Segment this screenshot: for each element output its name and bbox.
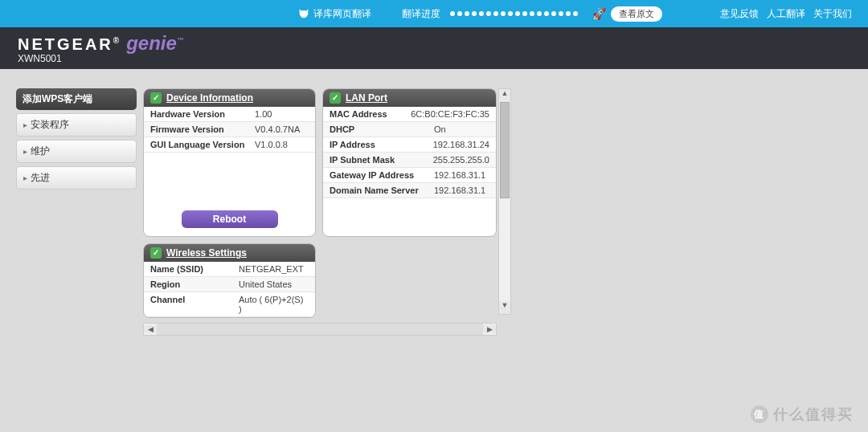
- sidebar-item-maintenance[interactable]: 维护: [16, 140, 137, 163]
- gateway-label: Gateway IP Address: [330, 170, 434, 180]
- rocket-icon: 🚀: [592, 7, 606, 20]
- dhcp-label: DHCP: [330, 124, 434, 134]
- panel-title[interactable]: LAN Port: [346, 92, 387, 104]
- genie-logo: genie™: [126, 32, 184, 55]
- sidebar-item-label: 维护: [31, 145, 50, 158]
- ssid-label: Name (SSID): [150, 264, 239, 274]
- channel-value: Auto ( 6(P)+2(S) ): [239, 295, 309, 314]
- scroll-down-arrow[interactable]: ▼: [499, 301, 510, 314]
- hw-version-value: 1.00: [255, 109, 272, 119]
- progress-label: 翻译进度: [402, 7, 440, 21]
- gui-version-label: GUI Language Version: [150, 140, 255, 149]
- cat-icon: [297, 7, 310, 20]
- gui-version-value: V1.0.0.8: [255, 140, 288, 149]
- translate-toolbar: 译库网页翻译 翻译进度 🚀 查看原文 意见反馈 人工翻译 关于我们: [0, 0, 868, 27]
- region-label: Region: [150, 279, 239, 289]
- hw-version-label: Hardware Version: [150, 109, 255, 119]
- dns-value: 192.168.31.1: [434, 185, 485, 195]
- check-icon: ✓: [330, 92, 341, 104]
- vertical-scrollbar[interactable]: ▲ ▼: [498, 88, 511, 315]
- panel-title[interactable]: Wireless Settings: [166, 247, 247, 259]
- sidebar-item-advanced[interactable]: 先进: [16, 166, 137, 190]
- ip-value: 192.168.31.24: [433, 140, 489, 149]
- fw-version-label: Firmware Version: [150, 124, 255, 134]
- view-original-button[interactable]: 查看原文: [611, 6, 662, 22]
- device-info-panel: ✓ Device Information Hardware Version1.0…: [143, 88, 316, 237]
- check-icon: ✓: [150, 247, 162, 259]
- translate-logo: 译库网页翻译: [297, 7, 371, 21]
- lan-port-panel: ✓ LAN Port MAC Address6C:B0:CE:F3:FC:35 …: [322, 88, 497, 237]
- sidebar-item-setup[interactable]: 安装程序: [16, 113, 137, 137]
- gateway-value: 192.168.31.1: [434, 170, 485, 180]
- human-translate-link[interactable]: 人工翻译: [767, 7, 805, 21]
- mac-value: 6C:B0:CE:F3:FC:35: [411, 109, 489, 119]
- sidebar: 添加WPS客户端 安装程序 维护 先进: [16, 88, 137, 336]
- scroll-left-arrow[interactable]: ◀: [144, 325, 157, 333]
- wireless-panel: ✓ Wireless Settings Name (SSID)NETGEAR_E…: [143, 243, 316, 318]
- region-value: United States: [239, 279, 292, 289]
- watermark-icon: 值: [751, 406, 768, 423]
- watermark-text: 什么值得买: [773, 405, 854, 424]
- check-icon: ✓: [150, 92, 162, 104]
- channel-label: Channel: [150, 295, 239, 314]
- horizontal-scrollbar[interactable]: ◀ ▶: [143, 323, 497, 336]
- dns-label: Domain Name Server: [330, 185, 434, 195]
- sidebar-header: 添加WPS客户端: [16, 88, 137, 110]
- progress-dots: [450, 11, 578, 16]
- ssid-value: NETGEAR_EXT: [239, 264, 304, 274]
- ip-label: IP Address: [330, 140, 433, 149]
- mac-label: MAC Address: [330, 109, 411, 119]
- sidebar-item-label: 安装程序: [31, 118, 69, 132]
- app-header: NETGEAR® genie™ XWN5001: [0, 27, 868, 69]
- model-label: XWN5001: [18, 53, 850, 64]
- about-link[interactable]: 关于我们: [813, 7, 852, 21]
- brand-text: NETGEAR®: [18, 35, 121, 54]
- scroll-right-arrow[interactable]: ▶: [483, 325, 496, 333]
- dhcp-value: On: [434, 124, 446, 134]
- feedback-link[interactable]: 意见反馈: [720, 7, 759, 21]
- translate-tool-label: 译库网页翻译: [313, 7, 371, 21]
- watermark: 值 什么值得买: [751, 405, 854, 424]
- fw-version-value: V0.4.0.7NA: [255, 124, 300, 134]
- subnet-value: 255.255.255.0: [433, 155, 489, 165]
- subnet-label: IP Subnet Mask: [330, 155, 433, 165]
- panel-title[interactable]: Device Information: [166, 92, 253, 104]
- scroll-thumb[interactable]: [500, 102, 510, 198]
- scroll-up-arrow[interactable]: ▲: [499, 89, 510, 102]
- sidebar-item-label: 先进: [31, 171, 50, 185]
- reboot-button[interactable]: Reboot: [182, 210, 278, 228]
